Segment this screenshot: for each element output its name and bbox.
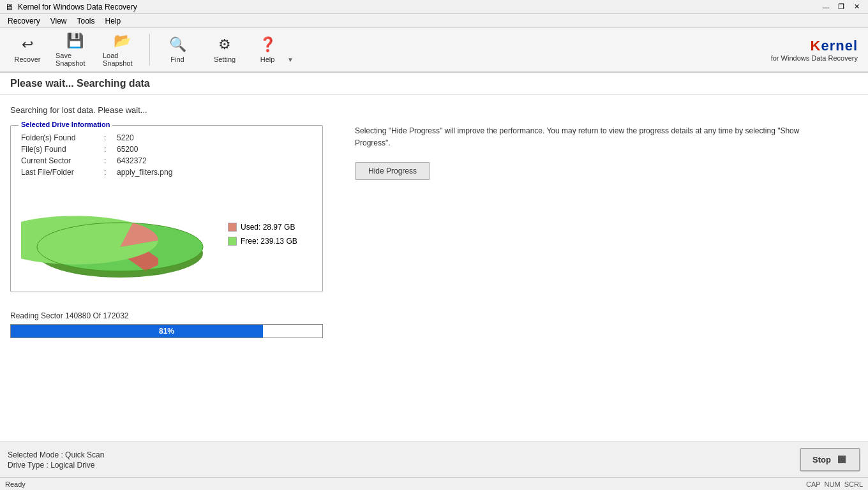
progress-section: Reading Sector 140880 Of 172032 81% — [10, 292, 858, 338]
help-button[interactable]: ❓ Help — [250, 31, 285, 69]
drive-type-value: Logical Drive — [50, 461, 94, 470]
brand-rest: ernel — [821, 38, 858, 54]
content-area: Selected Drive Information Folder(s) Fou… — [10, 125, 858, 292]
legend-free: Free: 239.13 GB — [228, 237, 297, 246]
minimize-button[interactable]: — — [819, 2, 832, 12]
ready-text: Ready — [5, 480, 26, 488]
current-sector-value: 6432372 — [117, 156, 147, 165]
right-panel: Selecting "Hide Progress" will improve t… — [355, 125, 834, 180]
stop-label: Stop — [812, 455, 831, 464]
legend-free-color — [228, 237, 237, 246]
last-file-folder-label: Last File/Folder — [21, 168, 104, 177]
setting-icon: ⚙ — [218, 36, 231, 53]
recover-button[interactable]: ↩ Recover — [5, 31, 50, 69]
titlebar: 🖥 Kernel for Windows Data Recovery — ❐ ✕ — [0, 0, 868, 14]
brand-name: Kernel — [771, 38, 858, 54]
last-file-folder-row: Last File/Folder : apply_filters.png — [21, 168, 312, 177]
setting-button[interactable]: ⚙ Setting — [202, 31, 247, 69]
drive-info-box: Selected Drive Information Folder(s) Fou… — [10, 125, 323, 292]
page-title: Please wait... Searching data — [0, 73, 868, 95]
progress-bar-label: 81% — [11, 325, 322, 338]
find-icon: 🔍 — [169, 36, 186, 53]
reading-sector-text: Reading Sector 140880 Of 172032 — [10, 311, 858, 320]
menu-help[interactable]: Help — [100, 14, 126, 28]
toolbar-separator — [149, 34, 150, 66]
help-icon: ❓ — [259, 36, 276, 53]
brand-kern: K — [811, 38, 821, 54]
folders-found-value: 5220 — [117, 133, 134, 142]
hide-progress-button[interactable]: Hide Progress — [355, 162, 430, 180]
progress-bar: 81% — [10, 324, 323, 338]
find-button[interactable]: 🔍 Find — [155, 31, 200, 69]
load-snapshot-icon: 📂 — [114, 33, 131, 49]
menu-tools[interactable]: Tools — [71, 14, 100, 28]
save-snapshot-icon: 💾 — [66, 33, 84, 49]
num-indicator: NUM — [825, 480, 841, 488]
selected-mode-label: Selected Mode : — [8, 450, 65, 459]
toolbar: ↩ Recover 💾 Save Snapshot 📂 Load Snapsho… — [0, 28, 868, 73]
selected-mode-value: Quick Scan — [65, 450, 104, 459]
hint-text: Selecting "Hide Progress" will improve t… — [355, 125, 834, 149]
stop-icon: ⏹ — [836, 453, 848, 466]
last-file-folder-value: apply_filters.png — [117, 168, 172, 177]
drive-type-line: Drive Type : Logical Drive — [8, 461, 104, 470]
pie-legend: Used: 28.97 GB Free: 239.13 GB — [228, 223, 297, 246]
files-found-row: File(s) Found : 65200 — [21, 145, 312, 154]
find-label: Find — [170, 56, 184, 63]
titlebar-icon: 🖥 — [5, 2, 14, 12]
pie-chart — [21, 189, 213, 279]
statusbar-right: Stop ⏹ — [800, 448, 860, 471]
folders-found-label: Folder(s) Found — [21, 133, 104, 142]
files-found-label: File(s) Found — [21, 145, 104, 154]
branding: Kernel for Windows Data Recovery — [771, 38, 863, 62]
drive-info-legend: Selected Drive Information — [19, 121, 112, 128]
legend-used-text: Used: 28.97 GB — [241, 223, 295, 232]
legend-used: Used: 28.97 GB — [228, 223, 297, 232]
main-content: Searching for lost data. Please wait... … — [0, 95, 868, 442]
files-found-value: 65200 — [117, 145, 138, 154]
pie-chart-area: Used: 28.97 GB Free: 239.13 GB — [21, 189, 312, 279]
close-button[interactable]: ✕ — [850, 2, 863, 12]
caps-indicators: CAP NUM SCRL — [806, 480, 863, 488]
statusbar: Selected Mode : Quick Scan Drive Type : … — [0, 442, 868, 477]
current-sector-row: Current Sector : 6432372 — [21, 156, 312, 165]
load-snapshot-label: Load Snapshot — [103, 52, 141, 67]
drive-type-label: Drive Type : — [8, 461, 50, 470]
cap-indicator: CAP — [806, 480, 821, 488]
menu-recovery[interactable]: Recovery — [3, 14, 45, 28]
current-sector-label: Current Sector — [21, 156, 104, 165]
selected-mode-line: Selected Mode : Quick Scan — [8, 450, 104, 459]
recover-label: Recover — [15, 56, 41, 63]
stop-button[interactable]: Stop ⏹ — [800, 448, 860, 471]
save-snapshot-button[interactable]: 💾 Save Snapshot — [52, 31, 97, 69]
setting-label: Setting — [214, 56, 236, 63]
brand-subtitle: for Windows Data Recovery — [771, 54, 858, 62]
folders-found-row: Folder(s) Found : 5220 — [21, 133, 312, 142]
search-status-text: Searching for lost data. Please wait... — [10, 105, 858, 115]
load-snapshot-button[interactable]: 📂 Load Snapshot — [100, 31, 144, 69]
recover-icon: ↩ — [22, 36, 33, 53]
legend-free-text: Free: 239.13 GB — [241, 237, 297, 246]
statusbar-info: Selected Mode : Quick Scan Drive Type : … — [8, 450, 104, 470]
maximize-button[interactable]: ❐ — [835, 2, 848, 12]
legend-used-color — [228, 223, 237, 232]
help-label: Help — [260, 56, 275, 63]
menubar: Recovery View Tools Help — [0, 14, 868, 28]
scrl-indicator: SCRL — [844, 480, 863, 488]
titlebar-text: Kernel for Windows Data Recovery — [18, 3, 137, 11]
help-dropdown-button[interactable]: ▼ — [285, 31, 296, 69]
save-snapshot-label: Save Snapshot — [56, 52, 94, 67]
bottom-status: Ready CAP NUM SCRL — [0, 477, 868, 490]
menu-view[interactable]: View — [45, 14, 72, 28]
